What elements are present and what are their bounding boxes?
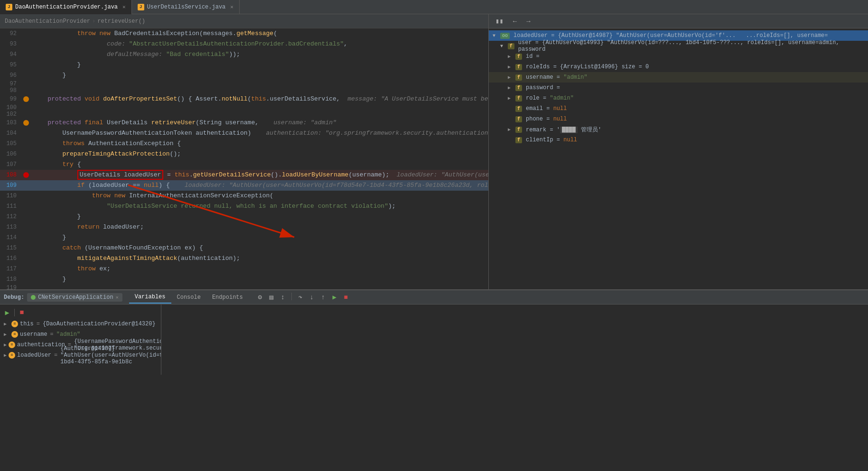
ins-label-roleids: roleIds = {ArrayList@14996} size = 0 xyxy=(526,64,649,70)
code-line-117: 117 throw ex; xyxy=(0,264,488,274)
breakpoint-99 xyxy=(23,96,29,102)
debug-running-dot xyxy=(31,295,36,300)
code-line-115: 115 catch (UsernameNotFoundException ex)… xyxy=(0,243,488,253)
breakpoint-103 xyxy=(23,120,29,126)
ins-label-clientip: clientIp = null xyxy=(526,137,577,143)
code-line-105: 105 throws AuthenticationException { xyxy=(0,139,488,149)
code-line-118: 118 } xyxy=(0,274,488,285)
ins-item-password[interactable]: ▶ f password = xyxy=(489,83,868,93)
code-line-109: 109 if (loadedUser == null) { loadedUser… xyxy=(0,180,488,191)
code-line-99: 99 protected void doAfterPropertiesSet()… xyxy=(0,94,488,104)
debug-app-tab[interactable]: CNetServiceApplication ✕ xyxy=(27,293,122,302)
code-line-92: 92 throw new BadCredentialsException(mes… xyxy=(0,28,488,39)
ins-item-email[interactable]: f email = null xyxy=(489,103,868,114)
code-line-110: 110 throw new InternalAuthenticationServ… xyxy=(0,191,488,201)
code-line-97: 97 xyxy=(0,81,488,87)
ins-item-id[interactable]: ▶ f id = xyxy=(489,51,868,62)
tab-label-user: UserDetailsService.java xyxy=(147,4,226,10)
ins-item-user[interactable]: ▼ f user = {AuthUserVo@14993} "AuthUserV… xyxy=(489,41,868,51)
code-line-102: 102 xyxy=(0,111,488,118)
breadcrumb-class: DaoAuthenticationProvider xyxy=(5,18,90,25)
ins-label-phone: phone = null xyxy=(526,116,567,122)
code-line-107: 107 try { xyxy=(0,159,488,170)
code-line-96: 96 } xyxy=(0,70,488,81)
ins-label-role: role = "admin" xyxy=(526,95,574,102)
debug-label: Debug: xyxy=(4,294,24,301)
debug-btn-settings[interactable]: ⚙ xyxy=(255,293,265,302)
code-line-116: 116 mitigateAgainstTimingAttack(authenti… xyxy=(0,253,488,264)
code-line-94: 94 defaultMessage: "Bad credentials")); xyxy=(0,49,488,60)
debug-subtabs: Variables Console Endpoints xyxy=(129,291,249,304)
debug-app-tab-close[interactable]: ✕ xyxy=(116,295,119,300)
debug-subtab-endpoints[interactable]: Endpoints xyxy=(206,291,249,304)
code-line-113: 113 return loadedUser; xyxy=(0,222,488,232)
debug-toolbar: Debug: CNetServiceApplication ✕ Variable… xyxy=(0,290,868,305)
tab-close-dao[interactable]: ✕ xyxy=(122,4,126,10)
inspector-header: ▮▮ ← → xyxy=(489,14,868,28)
code-line-104: 104 UsernamePasswordAuthenticationToken … xyxy=(0,128,488,139)
debug-tool-btns: ⚙ ▤ ↕ ↷ ↓ ↑ ▶ ■ xyxy=(255,293,351,302)
var-item-loadeduser[interactable]: ▶ ≡ loadedUser = {AuthUser@14987} "AuthU… xyxy=(0,350,161,360)
ins-label-password: password = xyxy=(526,84,560,91)
debug-variable-panel: ▮▮ ← → ▼ oo loadedUser = {AuthUser@14987… xyxy=(488,14,868,289)
ins-label-id: id = xyxy=(526,53,540,60)
debug-section: Debug: CNetServiceApplication ✕ Variable… xyxy=(0,289,868,375)
debug-btn-stop[interactable]: ■ xyxy=(341,293,351,302)
java-icon: J xyxy=(6,4,12,10)
ins-item-phone[interactable]: f phone = null xyxy=(489,114,868,124)
tab-bar: J DaoAuthenticationProvider.java ✕ J Use… xyxy=(0,0,868,14)
java-icon-2: J xyxy=(138,4,144,10)
breakpoint-108 xyxy=(23,172,29,178)
debug-subtab-console[interactable]: Console xyxy=(171,291,206,304)
debug-app-name: CNetServiceApplication xyxy=(38,294,113,301)
code-line-95: 95 } xyxy=(0,60,488,70)
code-line-93: 93 code: "AbstractUserDetailsAuthenticat… xyxy=(0,39,488,49)
ins-label-email: email = null xyxy=(526,105,567,112)
debug-body: ▶ ■ ▶ ≡ this = {DaoAuthenticationProvide… xyxy=(0,305,868,375)
debug-variables-list: ▶ ■ ▶ ≡ this = {DaoAuthenticationProvide… xyxy=(0,305,161,375)
ins-label-user: user = {AuthUserVo@14993} "AuthUserVo(id… xyxy=(518,39,864,53)
breadcrumb: DaoAuthenticationProvider › retrieveUser… xyxy=(0,14,488,28)
resume-btn[interactable]: ▶ xyxy=(2,307,12,318)
code-line-112: 112 } xyxy=(0,212,488,222)
debug-btn-resume[interactable]: ▶ xyxy=(330,293,339,302)
debug-left-controls: ▶ ■ xyxy=(0,306,161,319)
inspector-tree: ▼ oo loadedUser = {AuthUser@14987} "Auth… xyxy=(489,28,868,147)
debug-btn-filter[interactable]: ▤ xyxy=(267,293,276,302)
nav-forward-arrow[interactable]: → xyxy=(523,17,533,26)
nav-back-arrow[interactable]: ← xyxy=(510,17,520,26)
debug-subtab-variables[interactable]: Variables xyxy=(129,291,171,304)
code-line-119: 119 xyxy=(0,285,488,289)
ins-label-username: username = "admin" xyxy=(526,74,588,81)
debug-btn-step[interactable]: ↷ xyxy=(296,293,305,302)
main-split: DaoAuthenticationProvider › retrieveUser… xyxy=(0,14,868,289)
stop-btn[interactable]: ■ xyxy=(17,307,27,318)
tab-user-details[interactable]: J UserDetailsService.java ✕ xyxy=(132,0,240,14)
nav-back-btn[interactable]: ▮▮ xyxy=(493,16,506,26)
tab-dao-auth[interactable]: J DaoAuthenticationProvider.java ✕ xyxy=(0,0,132,14)
debug-btn-step-into[interactable]: ↓ xyxy=(307,293,317,302)
debug-btn-step-out[interactable]: ↑ xyxy=(318,293,328,302)
code-line-108: 108 UserDetails loadedUser = this.getUse… xyxy=(0,170,488,180)
var-item-this[interactable]: ▶ ≡ this = {DaoAuthenticationProvider@14… xyxy=(0,319,161,329)
code-line-111: 111 "UserDetailsService returned null, w… xyxy=(0,201,488,212)
ins-label-loadeduser: loadedUser = {AuthUser@14987} "AuthUser(… xyxy=(513,32,828,39)
code-line-114: 114 } xyxy=(0,232,488,243)
code-line-100: 100 xyxy=(0,104,488,111)
debug-btn-sort[interactable]: ↕ xyxy=(278,293,288,302)
code-line-103: 103 protected final UserDetails retrieve… xyxy=(0,118,488,128)
code-lines: 92 throw new BadCredentialsException(mes… xyxy=(0,28,488,289)
ins-item-remark[interactable]: ▶ f remark = '████ 管理员' xyxy=(489,124,868,135)
tab-close-user[interactable]: ✕ xyxy=(230,4,233,10)
breadcrumb-sep: › xyxy=(92,18,95,25)
breadcrumb-method: retrieveUser() xyxy=(97,18,145,25)
ins-item-roleids[interactable]: ▶ f roleIds = {ArrayList@14996} size = 0 xyxy=(489,62,868,72)
ins-item-username[interactable]: ▶ f username = "admin" xyxy=(489,72,868,83)
ins-item-role[interactable]: ▶ f role = "admin" xyxy=(489,93,868,103)
ins-item-clientip[interactable]: f clientIp = null xyxy=(489,135,868,145)
ins-label-remark: remark = '████ 管理员' xyxy=(526,126,601,134)
code-line-98: 98 xyxy=(0,87,488,94)
editor-area: DaoAuthenticationProvider › retrieveUser… xyxy=(0,14,488,289)
code-line-106: 106 prepareTimingAttackProtection(); xyxy=(0,149,488,159)
tab-label-dao: DaoAuthenticationProvider.java xyxy=(15,4,118,10)
